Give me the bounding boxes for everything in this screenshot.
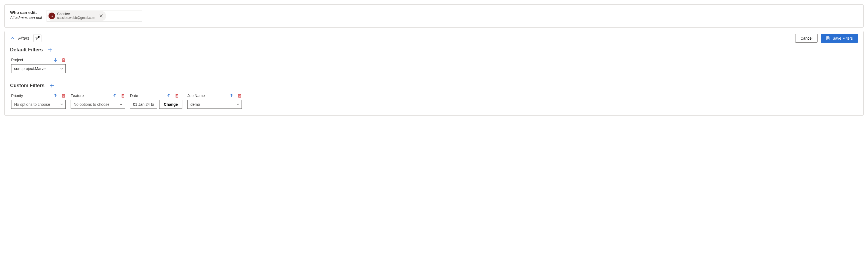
arrow-down-icon <box>53 58 58 62</box>
delete-filter-button[interactable] <box>61 94 66 98</box>
custom-filters-list: Priority No options to choose Feature <box>10 94 858 109</box>
select-value: demo <box>190 102 200 107</box>
who-can-edit-label: Who can edit: All admins can edit <box>10 10 42 20</box>
cancel-label: Cancel <box>800 36 812 41</box>
move-filter-down-button[interactable] <box>53 58 58 62</box>
plus-icon <box>48 47 53 52</box>
save-filters-label: Save Filters <box>833 36 853 41</box>
arrow-up-icon <box>166 94 171 98</box>
date-value: 01 Jan 24 to <box>133 102 154 107</box>
change-date-button[interactable]: Change <box>159 100 182 109</box>
filters-panel: Filters Cancel Save Filters <box>4 31 864 115</box>
people-picker[interactable]: C Cassiee cassiee.webb@gmail.com <box>46 10 142 22</box>
move-filter-up-button[interactable] <box>53 94 58 98</box>
filter-icon <box>35 36 40 41</box>
who-can-edit-title: Who can edit: <box>10 10 42 15</box>
delete-filter-button[interactable] <box>121 94 125 98</box>
chip-remove-button[interactable] <box>98 13 104 19</box>
filter-label: Feature <box>71 94 84 98</box>
filter-column: Feature No options to choose <box>71 94 125 109</box>
chip-email: cassiee.webb@gmail.com <box>57 16 95 20</box>
chevron-down-icon <box>60 67 63 70</box>
who-can-edit-subtitle: All admins can edit <box>10 15 42 20</box>
save-icon <box>826 36 830 41</box>
chevron-down-icon <box>119 103 123 106</box>
filters-title: Filters <box>18 36 29 41</box>
filter-column: Job Name demo <box>187 94 242 109</box>
svg-rect-1 <box>827 38 829 40</box>
save-filters-button[interactable]: Save Filters <box>821 34 858 43</box>
filter-column: Project com.project.Marvel <box>11 58 66 73</box>
arrow-up-icon <box>53 94 58 98</box>
chip-name: Cassiee <box>57 12 95 16</box>
feature-select[interactable]: No options to choose <box>71 100 125 109</box>
avatar: C <box>49 12 55 19</box>
arrow-up-icon <box>113 94 117 98</box>
filter-label: Project <box>11 58 23 62</box>
chevron-up-icon <box>10 36 14 41</box>
filter-column: Priority No options to choose <box>11 94 66 109</box>
change-label: Change <box>164 102 178 107</box>
close-icon <box>99 14 103 18</box>
trash-icon <box>175 94 179 98</box>
default-filters-list: Project com.project.Marvel <box>10 58 858 73</box>
date-range-display: 01 Jan 24 to <box>130 100 157 109</box>
select-value: No options to choose <box>73 102 110 107</box>
filter-clear-button[interactable] <box>33 34 41 42</box>
delete-filter-button[interactable] <box>175 94 179 98</box>
trash-icon <box>61 58 66 62</box>
filter-column: Date 01 Jan 24 to Change <box>130 94 182 109</box>
chevron-down-icon <box>60 103 63 106</box>
add-default-filter-button[interactable] <box>48 47 53 52</box>
trash-icon <box>121 94 125 98</box>
default-filters-title: Default Filters <box>10 47 43 53</box>
arrow-up-icon <box>229 94 234 98</box>
select-value: com.project.Marvel <box>14 67 46 71</box>
who-can-edit-panel: Who can edit: All admins can edit C Cass… <box>4 4 864 28</box>
person-chip: C Cassiee cassiee.webb@gmail.com <box>48 11 106 21</box>
chevron-down-icon <box>236 103 239 106</box>
filter-label: Priority <box>11 94 23 98</box>
plus-icon <box>49 83 54 88</box>
filters-header: Filters Cancel Save Filters <box>10 34 858 43</box>
custom-filters-title: Custom Filters <box>10 83 44 88</box>
cancel-button[interactable]: Cancel <box>795 34 817 43</box>
move-filter-up-button[interactable] <box>113 94 117 98</box>
trash-icon <box>61 94 66 98</box>
priority-select[interactable]: No options to choose <box>11 100 66 109</box>
filter-label: Date <box>130 94 138 98</box>
trash-icon <box>238 94 242 98</box>
delete-filter-button[interactable] <box>61 58 66 62</box>
collapse-button[interactable] <box>10 36 14 41</box>
add-custom-filter-button[interactable] <box>49 83 54 88</box>
project-select[interactable]: com.project.Marvel <box>11 64 66 73</box>
delete-filter-button[interactable] <box>238 94 242 98</box>
filter-label: Job Name <box>187 94 205 98</box>
move-filter-up-button[interactable] <box>166 94 171 98</box>
job-name-select[interactable]: demo <box>187 100 242 109</box>
move-filter-up-button[interactable] <box>229 94 234 98</box>
select-value: No options to choose <box>14 102 50 107</box>
